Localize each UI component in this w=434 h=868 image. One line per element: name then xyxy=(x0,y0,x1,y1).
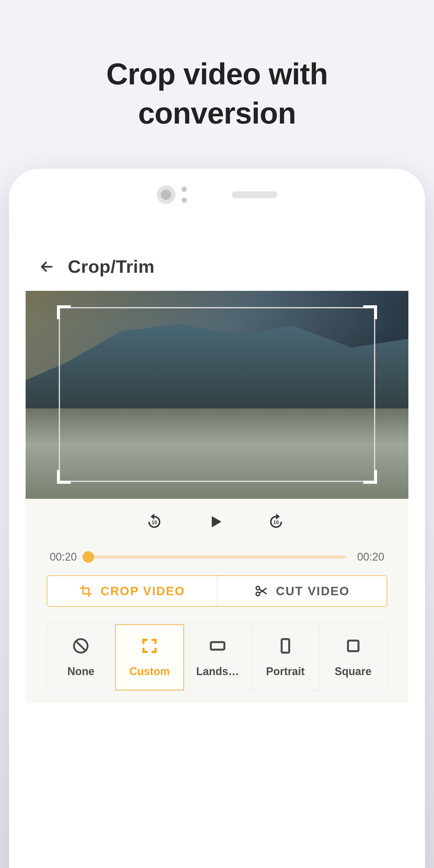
tab-cut-video[interactable]: CUT VIDEO xyxy=(217,576,387,606)
forward-10-button[interactable]: 10 xyxy=(267,512,289,534)
aspect-option-square[interactable]: Square xyxy=(319,624,387,690)
crop-handle-bottom-left[interactable] xyxy=(57,470,71,484)
tab-cut-label: CUT VIDEO xyxy=(276,584,350,598)
aspect-option-label: Square xyxy=(335,665,372,678)
aspect-ratio-options: None Custom Lands… xyxy=(47,624,387,691)
timeline: 00:20 00:20 xyxy=(47,551,387,563)
play-controls: 10 10 xyxy=(47,512,387,534)
aspect-option-label: Lands… xyxy=(196,665,239,678)
svg-line-5 xyxy=(76,641,86,651)
square-icon xyxy=(344,637,362,656)
phone-hardware xyxy=(9,185,425,204)
svg-text:10: 10 xyxy=(152,520,157,525)
aspect-option-label: Portrait xyxy=(266,665,305,678)
forward-10-icon: 10 xyxy=(267,512,285,530)
speaker-slot xyxy=(232,191,277,198)
headline-line-1: Crop video with xyxy=(0,54,434,93)
crop-handle-top-right[interactable] xyxy=(363,305,377,319)
crop-handle-bottom-right[interactable] xyxy=(363,470,377,484)
aspect-option-none[interactable]: None xyxy=(47,624,115,690)
tab-crop-video[interactable]: CROP VIDEO xyxy=(47,576,217,606)
seek-track[interactable] xyxy=(88,555,346,558)
tab-crop-label: CROP VIDEO xyxy=(101,584,185,598)
arrow-left-icon xyxy=(38,258,55,275)
back-button[interactable] xyxy=(38,258,56,276)
crop-handle-top-left[interactable] xyxy=(57,305,71,319)
scissors-icon xyxy=(254,584,268,598)
camera-icon xyxy=(157,185,176,204)
aspect-option-label: None xyxy=(67,665,94,678)
rewind-10-button[interactable]: 10 xyxy=(145,512,167,534)
aspect-option-label: Custom xyxy=(129,665,170,678)
app-screen: Crop/Trim 10 xyxy=(26,223,408,868)
crop-frame[interactable] xyxy=(59,307,375,482)
portrait-rect-icon xyxy=(276,637,294,656)
replay-10-icon: 10 xyxy=(145,512,163,530)
current-time-label: 00:20 xyxy=(47,551,80,563)
play-button[interactable] xyxy=(206,512,228,534)
aspect-option-landscape[interactable]: Lands… xyxy=(184,624,252,690)
app-header: Crop/Trim xyxy=(26,223,408,291)
svg-rect-6 xyxy=(211,642,224,650)
aspect-option-custom[interactable]: Custom xyxy=(115,624,184,690)
total-time-label: 00:20 xyxy=(354,551,387,563)
svg-rect-8 xyxy=(348,641,358,651)
svg-text:10: 10 xyxy=(273,520,279,525)
landscape-rect-icon xyxy=(209,637,227,656)
playback-panel: 10 10 00:20 xyxy=(26,499,408,703)
headline-line-2: conversion xyxy=(0,93,434,133)
seek-thumb[interactable] xyxy=(83,551,94,563)
aspect-option-portrait[interactable]: Portrait xyxy=(252,624,319,690)
svg-rect-7 xyxy=(281,639,289,653)
ban-icon xyxy=(72,637,90,656)
crop-free-icon xyxy=(141,637,158,656)
phone-frame: Crop/Trim 10 xyxy=(9,169,425,868)
sensor-dots xyxy=(181,187,187,203)
page-title: Crop/Trim xyxy=(68,256,155,277)
mode-tabs: CROP VIDEO CUT VIDEO xyxy=(47,575,387,607)
play-icon xyxy=(206,512,225,531)
video-preview[interactable] xyxy=(26,291,408,499)
crop-icon xyxy=(79,584,93,598)
marketing-headline: Crop video with conversion xyxy=(0,0,434,133)
